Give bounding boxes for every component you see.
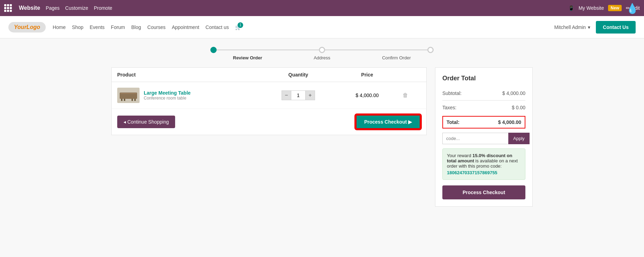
taxes-row: Taxes: $ 0.00 — [442, 102, 525, 113]
step-labels: Review Order Address Confirm Order — [210, 55, 434, 60]
apply-button[interactable]: Apply — [508, 133, 530, 144]
user-dropdown[interactable]: Mitchell Admin ▾ — [554, 24, 590, 30]
nav-forum[interactable]: Forum — [111, 24, 125, 30]
contact-us-button[interactable]: Contact Us — [596, 21, 636, 34]
cart-section: Product Quantity Price — [111, 67, 427, 135]
step3-label: Confirm Order — [359, 55, 434, 60]
order-total-section: Order Total Subtotal: $ 4,000.00 Taxes: … — [435, 67, 533, 207]
grand-total-row: Total: $ 4,000.00 — [442, 116, 525, 128]
step-connector-2 — [325, 50, 427, 50]
delete-cell: 🗑 — [397, 82, 426, 109]
product-cell: Large Meeting Table Conference room tabl… — [112, 82, 259, 109]
quantity-input[interactable] — [291, 90, 305, 100]
logo[interactable]: YourLogo — [8, 22, 46, 32]
nav-courses[interactable]: Courses — [147, 24, 165, 30]
quantity-decrease-button[interactable]: − — [282, 90, 291, 100]
grid-icon[interactable] — [4, 4, 12, 12]
total-label: Total: — [447, 119, 459, 125]
reward-text1: Your reward — [447, 153, 472, 158]
col-price: Price — [337, 68, 397, 82]
cart-badge: 1 — [238, 22, 243, 28]
svg-rect-1 — [121, 99, 122, 101]
odoo-drop-icon: 💧 — [626, 3, 638, 14]
mobile-icon[interactable]: 📱 — [568, 5, 574, 11]
new-badge[interactable]: New — [608, 5, 622, 11]
taxes-value: $ 0.00 — [512, 105, 525, 110]
step1-label: Review Order — [210, 55, 285, 60]
product-image — [117, 88, 140, 103]
reward-box: Your reward 15.0% discount on total amou… — [442, 148, 525, 180]
checkout-steps: Review Order Address Confirm Order — [111, 47, 533, 60]
user-name: Mitchell Admin — [554, 24, 586, 30]
delete-icon[interactable]: 🗑 — [403, 92, 408, 98]
cart-table: Product Quantity Price — [112, 68, 426, 109]
quantity-increase-button[interactable]: + — [305, 90, 315, 100]
admin-bar-left: Website Pages Customize Promote — [4, 4, 112, 12]
product-name[interactable]: Large Meeting Table — [144, 90, 190, 96]
nav-appointment[interactable]: Appointment — [172, 24, 199, 30]
nav-links: Home Shop Events Forum Blog Courses Appo… — [53, 24, 241, 30]
price-cell: $ 4,000.00 — [337, 82, 397, 109]
divider1 — [442, 100, 525, 101]
nav-blog[interactable]: Blog — [131, 24, 141, 30]
col-quantity: Quantity — [259, 68, 337, 82]
nav-contact-us[interactable]: Contact us — [205, 24, 229, 30]
quantity-cell: − + — [259, 82, 337, 109]
taxes-label: Taxes: — [442, 105, 456, 110]
col-product: Product — [112, 68, 259, 82]
step-connector-1 — [217, 50, 319, 50]
step3-dot — [427, 47, 434, 53]
order-total-title: Order Total — [442, 75, 525, 82]
admin-nav-customize[interactable]: Customize — [65, 5, 88, 11]
nav-left: YourLogo Home Shop Events Forum Blog Cou… — [8, 22, 241, 32]
svg-rect-4 — [132, 99, 133, 101]
product-img-svg — [118, 89, 138, 102]
product-description: Conference room table — [144, 96, 190, 101]
svg-rect-2 — [134, 99, 136, 101]
promo-code-input[interactable] — [442, 133, 508, 144]
svg-rect-3 — [124, 99, 125, 101]
chevron-down-icon: ▾ — [588, 24, 590, 30]
continue-shopping-button[interactable]: ◂ Continue Shopping — [117, 116, 175, 128]
admin-nav-pages[interactable]: Pages — [46, 5, 60, 11]
step2-dot — [319, 47, 325, 53]
nav-right: Mitchell Admin ▾ Contact Us — [554, 21, 636, 34]
admin-nav-promote[interactable]: Promote — [94, 5, 112, 11]
subtotal-value: $ 4,000.00 — [502, 90, 525, 96]
reward-code: 18062470337157869755 — [447, 170, 521, 175]
process-checkout-bottom-button[interactable]: Process Checkout — [442, 185, 525, 199]
promo-row: Apply — [442, 133, 525, 144]
app-name: Website — [19, 5, 40, 11]
main-layout: Product Quantity Price — [111, 67, 533, 207]
admin-bar: Website Pages Customize Promote 📱 My Web… — [0, 0, 644, 16]
process-checkout-button[interactable]: Process Checkout ▶ — [355, 115, 421, 129]
nav-shop[interactable]: Shop — [72, 24, 83, 30]
svg-rect-5 — [120, 93, 136, 94]
subtotal-label: Subtotal: — [442, 90, 462, 96]
table-row: Large Meeting Table Conference room tabl… — [112, 82, 426, 109]
total-value: $ 4,000.00 — [498, 119, 521, 125]
steps-row — [210, 47, 434, 53]
nav-events[interactable]: Events — [90, 24, 105, 30]
subtotal-row: Subtotal: $ 4,000.00 — [442, 88, 525, 99]
nav-bar: YourLogo Home Shop Events Forum Blog Cou… — [0, 16, 644, 38]
step1-dot — [210, 47, 217, 53]
cart-icon[interactable]: 🛒 1 — [235, 24, 241, 30]
my-website-link[interactable]: My Website — [578, 5, 604, 11]
cart-actions: ◂ Continue Shopping Process Checkout ▶ — [112, 109, 426, 135]
page-content: Review Order Address Confirm Order Produ… — [106, 38, 538, 215]
step2-label: Address — [285, 55, 359, 60]
col-delete — [397, 68, 426, 82]
nav-home[interactable]: Home — [53, 24, 66, 30]
